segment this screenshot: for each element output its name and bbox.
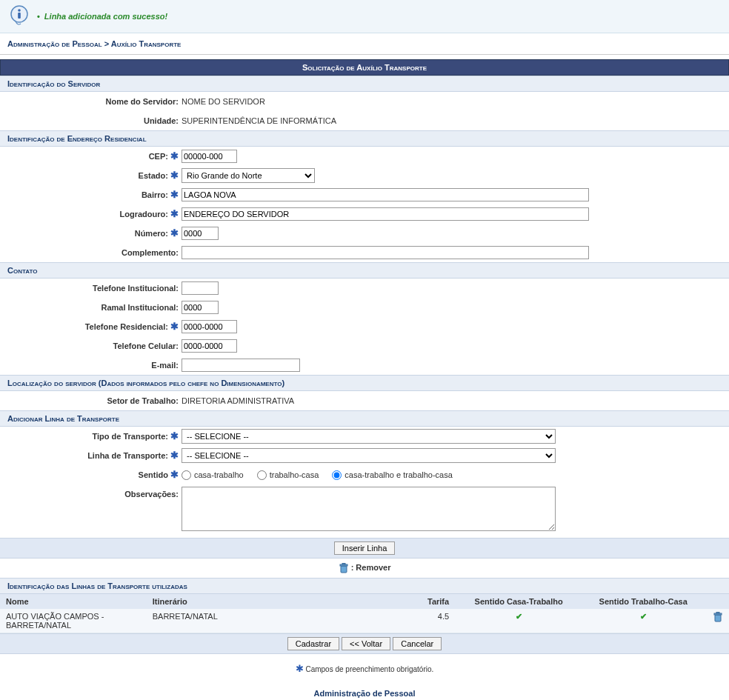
section-contato: Contato [0, 262, 729, 279]
cancelar-button[interactable]: Cancelar [393, 637, 442, 650]
label-nome-servidor: Nome do Servidor: [0, 94, 182, 109]
section-localizacao: Localização do servidor (Dados informado… [0, 375, 729, 391]
label-tel-cel: Telefone Celular: [0, 339, 182, 353]
email-input[interactable] [182, 359, 300, 372]
label-unidade: Unidade: [0, 113, 182, 128]
label-complemento: Complemento: [0, 245, 182, 260]
label-tipo-transporte: Tipo de Transporte: [92, 432, 167, 441]
remove-row-button[interactable] [713, 612, 723, 622]
svg-rect-8 [716, 613, 719, 614]
th-sct: Sentido Casa-Trabalho [456, 597, 581, 606]
value-unidade: SUPERINTENDÊNCIA DE INFORMÁTICA [182, 113, 729, 128]
label-linha-transporte: Linha de Transporte: [87, 451, 168, 460]
label-numero: Número: [135, 229, 168, 238]
tel-cel-input[interactable] [182, 339, 237, 353]
value-setor-trabalho: DIRETORIA ADMINISTRATIVA [182, 393, 729, 408]
inserir-linha-button[interactable]: Inserir Linha [334, 541, 396, 555]
cadastrar-button[interactable]: Cadastrar [287, 637, 339, 650]
info-icon [7, 4, 31, 28]
label-email: E-mail: [0, 358, 182, 373]
numero-input[interactable] [182, 227, 219, 240]
radio-casa-trabalho[interactable] [182, 470, 191, 480]
radio-label-ambos: casa-trabalho e trabalho-casa [344, 467, 453, 482]
required-icon: ✱ [170, 469, 179, 480]
radio-label-ct: casa-trabalho [194, 467, 244, 482]
required-icon: ✱ [170, 321, 179, 332]
section-add-linha: Adicionar Linha de Transporte [0, 410, 729, 427]
label-sentido: Sentido [139, 470, 168, 479]
required-icon: ✱ [296, 663, 304, 674]
label-tel-inst: Telefone Institucional: [0, 281, 182, 296]
svg-rect-3 [341, 566, 347, 573]
tel-res-input[interactable] [182, 320, 237, 333]
td-itinerario: BARRETA/NATAL [153, 612, 405, 630]
ramal-inst-input[interactable] [182, 301, 219, 314]
radio-trabalho-casa[interactable] [257, 470, 267, 480]
check-icon: ✔ [640, 612, 647, 621]
success-message-text: Linha adicionada com sucesso! [44, 12, 167, 21]
radio-ambos[interactable] [332, 470, 342, 480]
trash-icon [339, 563, 349, 573]
label-cep: CEP: [149, 152, 168, 161]
label-logradouro: Logradouro: [120, 210, 168, 219]
tipo-transporte-select[interactable]: -- SELECIONE -- [182, 429, 556, 444]
breadcrumb-sep: > [104, 39, 109, 48]
td-nome: AUTO VIAÇÃO CAMPOS - BARRETA/NATAL [6, 612, 153, 630]
bairro-input[interactable] [182, 188, 589, 201]
tel-inst-input[interactable] [182, 281, 219, 295]
voltar-button[interactable]: << Voltar [342, 637, 390, 650]
section-ident-endereco: Identificação de Endereço Residencial [0, 130, 729, 147]
value-nome-servidor: NOME DO SERVIDOR [182, 94, 729, 109]
th-stc: Sentido Trabalho-Casa [581, 597, 705, 606]
svg-point-1 [18, 9, 21, 12]
legend-remover: : Remover [351, 563, 391, 572]
breadcrumb-part1[interactable]: Administração de Pessoal [7, 39, 102, 48]
linha-transporte-select[interactable]: -- SELECIONE -- [182, 448, 556, 463]
section-ident-linhas: Identificação das Linhas de Transporte u… [0, 578, 729, 594]
complemento-input[interactable] [182, 246, 589, 259]
footer-link[interactable]: Administração de Pessoal [0, 683, 729, 700]
section-ident-servidor: Identificação do Servidor [0, 76, 729, 92]
th-nome: Nome [6, 597, 153, 606]
label-tel-res: Telefone Residencial: [85, 322, 168, 331]
svg-rect-2 [18, 13, 21, 19]
svg-rect-6 [715, 615, 721, 621]
th-itinerario: Itinerário [153, 597, 405, 606]
label-estado: Estado: [139, 171, 168, 180]
breadcrumb: Administração de Pessoal > Auxílio Trans… [0, 33, 729, 55]
required-icon: ✱ [170, 227, 179, 239]
required-icon: ✱ [170, 450, 179, 461]
cep-input[interactable] [182, 150, 237, 163]
radio-label-tc: trabalho-casa [270, 467, 319, 482]
check-icon: ✔ [516, 612, 522, 621]
label-bairro: Bairro: [142, 190, 168, 199]
estado-select[interactable]: Rio Grande do Norte [182, 168, 315, 183]
table-row: AUTO VIAÇÃO CAMPOS - BARRETA/NATAL BARRE… [0, 609, 729, 633]
th-tarifa: Tarifa [405, 597, 456, 606]
success-message-box: • Linha adicionada com sucesso! [0, 0, 729, 33]
logradouro-input[interactable] [182, 207, 589, 221]
label-setor-trabalho: Setor de Trabalho: [0, 393, 182, 408]
bullet-icon: • [37, 12, 40, 21]
required-icon: ✱ [170, 208, 179, 219]
observacoes-textarea[interactable] [182, 487, 556, 531]
td-tarifa: 4.5 [405, 612, 456, 630]
breadcrumb-part2[interactable]: Auxílio Transporte [111, 39, 182, 48]
legend-row: : Remover [0, 559, 729, 578]
svg-rect-5 [342, 564, 345, 565]
required-icon: ✱ [170, 430, 179, 441]
label-observacoes: Observações: [0, 487, 182, 536]
footer-note: ✱ Campos de preenchimento obrigatório. [0, 654, 729, 683]
label-ramal-inst: Ramal Institucional: [0, 300, 182, 315]
required-icon: ✱ [170, 189, 179, 200]
required-icon: ✱ [170, 150, 179, 161]
required-icon: ✱ [170, 170, 179, 181]
table-header: Nome Itinerário Tarifa Sentido Casa-Trab… [0, 594, 729, 609]
page-title: Solicitação de Auxílio Transporte [0, 59, 729, 76]
